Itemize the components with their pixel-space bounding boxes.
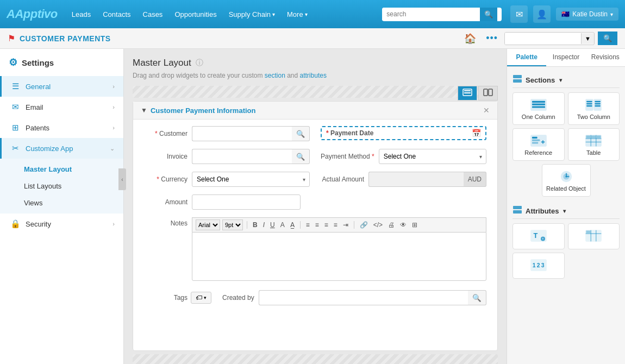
section-title: Customer Payment Information — [151, 106, 480, 115]
nav-icons: ✉ 👤 🇦🇺 Katie Dustin ▾ — [510, 5, 618, 23]
sidebar-collapse-button[interactable]: ‹ — [118, 168, 126, 190]
form-fields: Customer 🔍 Payment Date 📅 — [133, 120, 497, 317]
content-area: Master Layout ⓘ Drag and drop widgets to… — [124, 49, 507, 364]
underline-button[interactable]: U — [268, 221, 277, 229]
table-button[interactable]: ⊞ — [410, 221, 419, 229]
palette-attr-table[interactable] — [568, 223, 620, 249]
one-column-label: One Column — [522, 114, 555, 120]
search-bar: 🔍 — [382, 8, 502, 21]
indent-button[interactable]: ⇥ — [341, 221, 350, 229]
actual-amount-input[interactable] — [368, 172, 464, 187]
nav-contacts[interactable]: Contacts — [98, 8, 135, 21]
section-collapse-button[interactable]: ▼ — [141, 106, 147, 114]
table-attr-icon — [585, 228, 602, 243]
nav-more[interactable]: More ▾ — [283, 8, 312, 21]
payment-date-field[interactable]: Payment Date 📅 — [321, 126, 486, 140]
link-button[interactable]: 🔗 — [358, 221, 370, 229]
sidebar-item-patents[interactable]: ⊞ Patents › — [0, 117, 123, 138]
info-icon[interactable]: ⓘ — [196, 58, 203, 68]
svg-rect-20 — [532, 137, 538, 139]
app-logo[interactable]: AApptivo — [7, 7, 58, 21]
profile-icon-button[interactable]: 👤 — [533, 5, 551, 23]
section-close-button[interactable]: ✕ — [483, 106, 490, 115]
submenu-master-layout[interactable]: Master Layout — [0, 161, 123, 178]
tags-button[interactable]: 🏷 ▾ — [191, 292, 211, 304]
supply-chain-dropdown-icon: ▾ — [272, 11, 275, 17]
submenu-list-layouts[interactable]: List Layouts — [0, 178, 123, 194]
attributes-header-icon — [512, 205, 522, 216]
bold-button[interactable]: B — [251, 221, 259, 229]
drop-zone-top[interactable] — [133, 86, 498, 98]
svg-rect-18 — [595, 105, 601, 106]
submenu-views[interactable]: Views — [0, 194, 123, 211]
nav-cases[interactable]: Cases — [139, 8, 167, 21]
sidebar-item-general[interactable]: ☰ General › — [0, 76, 123, 97]
palette-reference[interactable]: Reference — [512, 128, 565, 161]
created-by-input[interactable] — [259, 290, 468, 305]
notes-toolbar: Arial 9pt B I U A A̲ — [192, 217, 486, 232]
currency-select[interactable]: Select One — [192, 172, 310, 187]
created-by-search-button[interactable]: 🔍 — [468, 290, 486, 305]
invoice-input[interactable] — [192, 149, 292, 164]
sidebar-item-customize[interactable]: ✂ Customize App ⌄ — [0, 138, 123, 159]
invoice-label: Invoice — [144, 153, 188, 160]
drop-zone-bottom[interactable] — [133, 354, 498, 364]
align-justify-button[interactable]: ≡ — [332, 221, 339, 229]
secondary-search-button[interactable]: 🔍 — [598, 32, 617, 45]
nav-opportunities[interactable]: Opportunities — [170, 8, 221, 21]
invoice-input-group: 🔍 — [192, 149, 310, 164]
form-row-notes: Notes Arial 9pt B I U A — [144, 217, 486, 283]
align-right-button[interactable]: ≡ — [323, 221, 330, 229]
secondary-search-dropdown[interactable]: ▼ — [581, 33, 594, 44]
drag-hint-attributes: attributes — [300, 72, 327, 79]
align-left-button[interactable]: ≡ — [304, 221, 311, 229]
search-input[interactable] — [382, 8, 480, 21]
amount-input[interactable] — [192, 194, 301, 210]
calendar-icon[interactable]: 📅 — [472, 129, 481, 137]
font-family-select[interactable]: Arial — [196, 219, 220, 230]
code-button[interactable]: </> — [372, 221, 384, 229]
two-col-view-button[interactable] — [478, 86, 498, 101]
palette-two-column[interactable]: Two Column — [568, 92, 620, 125]
sidebar: ⚙ Settings ☰ General › ✉ Email › ⊞ Paten… — [0, 49, 124, 364]
single-view-button[interactable] — [458, 86, 477, 101]
italic-button[interactable]: I — [261, 221, 266, 229]
palette-table[interactable]: Table — [568, 128, 620, 161]
palette-attr-number[interactable]: 1 2 3 — [512, 253, 565, 279]
nav-supply-chain[interactable]: Supply Chain ▾ — [224, 8, 279, 21]
search-button[interactable]: 🔍 — [480, 8, 497, 21]
align-center-button[interactable]: ≡ — [314, 221, 321, 229]
table-label: Table — [586, 149, 601, 156]
tab-palette[interactable]: Palette — [507, 49, 546, 66]
customer-search-button[interactable]: 🔍 — [292, 126, 310, 141]
number-attr-icon: 1 2 3 — [530, 258, 547, 273]
palette-sections-header: Sections ▾ — [512, 72, 620, 88]
home-button[interactable]: 🏠 — [461, 31, 479, 46]
payment-method-select[interactable]: Select One — [379, 149, 486, 164]
related-object-label: Related Object — [546, 185, 586, 192]
secondary-search-input[interactable] — [505, 33, 581, 45]
font-size-select[interactable]: 9pt — [222, 219, 243, 230]
palette-one-column[interactable]: One Column — [512, 92, 565, 125]
svg-text:2: 2 — [537, 262, 540, 268]
highlight-button[interactable]: A̲ — [289, 221, 296, 229]
user-menu-button[interactable]: 🇦🇺 Katie Dustin ▾ — [556, 8, 618, 21]
sidebar-item-security[interactable]: 🔒 Security › — [0, 214, 123, 234]
customer-input[interactable] — [192, 126, 292, 141]
nav-leads[interactable]: Leads — [67, 8, 95, 21]
print-button[interactable]: 🖨 — [386, 221, 396, 229]
tab-inspector[interactable]: Inspector — [546, 49, 585, 66]
secondary-bar-actions: 🏠 ••• ▼ 🔍 — [461, 31, 617, 46]
invoice-search-button[interactable]: 🔍 — [292, 149, 310, 164]
messages-icon-button[interactable]: ✉ — [510, 5, 528, 23]
sidebar-item-email[interactable]: ✉ Email › — [0, 97, 123, 117]
palette-related-object[interactable]: Related Object — [542, 164, 591, 197]
palette-attr-text[interactable]: T + — [512, 223, 565, 249]
secondary-more-button[interactable]: ••• — [483, 31, 501, 46]
currency-select-wrap: Select One ▾ — [192, 172, 310, 187]
preview-button[interactable]: 👁 — [398, 221, 408, 229]
notes-textarea[interactable] — [192, 232, 486, 281]
font-color-button[interactable]: A — [279, 221, 286, 229]
tab-revisions[interactable]: Revisions — [586, 49, 625, 66]
sidebar-security-label: Security — [26, 220, 112, 228]
